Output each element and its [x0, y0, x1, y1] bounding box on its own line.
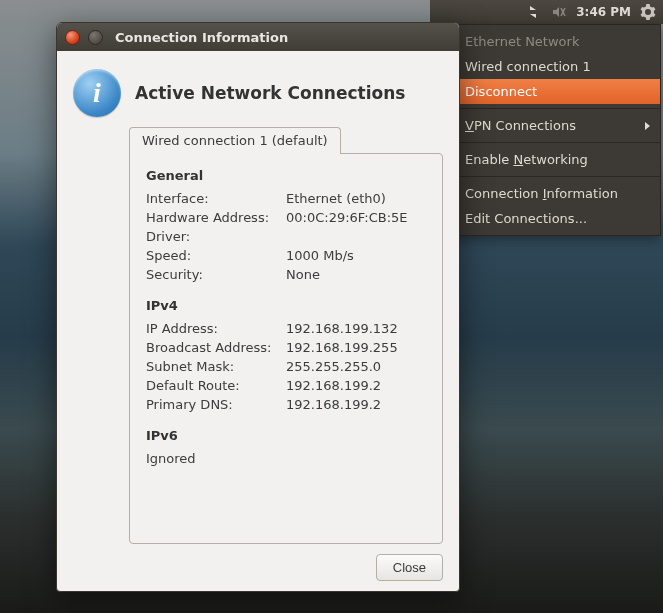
info-key: Subnet Mask:	[146, 359, 286, 374]
menu-header-ethernet: Ethernet Network	[439, 29, 660, 54]
info-value: 192.168.199.132	[286, 321, 426, 336]
info-value: Ethernet (eth0)	[286, 191, 426, 206]
info-row: Broadcast Address:192.168.199.255	[146, 338, 426, 357]
info-row: IP Address:192.168.199.132	[146, 319, 426, 338]
window-minimize-button[interactable]	[88, 30, 103, 45]
dialog-content: i Active Network Connections Wired conne…	[57, 51, 459, 591]
menu-separator	[439, 176, 660, 177]
volume-icon[interactable]	[550, 3, 568, 21]
menu-item-connection-info[interactable]: Connection Information	[439, 181, 660, 206]
info-value	[286, 229, 426, 244]
menu-separator	[439, 108, 660, 109]
tab-body: General Interface:Ethernet (eth0)Hardwar…	[129, 153, 443, 544]
info-value: 255.255.255.0	[286, 359, 426, 374]
section-general: General Interface:Ethernet (eth0)Hardwar…	[146, 168, 426, 284]
info-value: None	[286, 267, 426, 282]
chevron-right-icon	[645, 122, 650, 130]
tab-wired[interactable]: Wired connection 1 (default)	[129, 127, 341, 154]
menu-item-vpn-label: VPN Connections	[465, 118, 576, 133]
info-row: Security:None	[146, 265, 426, 284]
dialog-footer: Close	[73, 554, 443, 581]
info-row: Interface:Ethernet (eth0)	[146, 189, 426, 208]
info-value: 192.168.199.2	[286, 378, 426, 393]
info-key: Hardware Address:	[146, 210, 286, 225]
network-menu: Ethernet Network Wired connection 1 Disc…	[438, 24, 661, 236]
titlebar[interactable]: Connection Information	[57, 23, 459, 51]
info-value: 192.168.199.2	[286, 397, 426, 412]
info-key: Speed:	[146, 248, 286, 263]
top-panel: 3:46 PM	[430, 0, 663, 24]
info-value: 192.168.199.255	[286, 340, 426, 355]
info-row: Driver:	[146, 227, 426, 246]
gear-icon[interactable]	[639, 3, 657, 21]
info-value: 00:0C:29:6F:CB:5E	[286, 210, 426, 225]
menu-item-wired[interactable]: Wired connection 1	[439, 54, 660, 79]
section-ipv4: IPv4 IP Address:192.168.199.132Broadcast…	[146, 298, 426, 414]
window-close-button[interactable]	[65, 30, 80, 45]
menu-item-disconnect[interactable]: Disconnect	[439, 79, 660, 104]
network-icon[interactable]	[524, 3, 542, 21]
info-icon: i	[73, 69, 121, 117]
section-title: General	[146, 168, 426, 183]
menu-item-vpn[interactable]: VPN Connections	[439, 113, 660, 138]
menu-item-enable-networking-label: Enable Networking	[465, 152, 588, 167]
info-key: Primary DNS:	[146, 397, 286, 412]
info-key: Interface:	[146, 191, 286, 206]
menu-separator	[439, 142, 660, 143]
close-button[interactable]: Close	[376, 554, 443, 581]
info-row: Primary DNS:192.168.199.2	[146, 395, 426, 414]
info-key: Default Route:	[146, 378, 286, 393]
connection-info-dialog: Connection Information i Active Network …	[56, 22, 460, 592]
section-ipv6: IPv6 Ignored	[146, 428, 426, 468]
info-key: Ignored	[146, 451, 286, 466]
menu-item-edit-connections[interactable]: Edit Connections...	[439, 206, 660, 231]
dialog-header: i Active Network Connections	[73, 69, 443, 117]
info-key: Security:	[146, 267, 286, 282]
section-title: IPv6	[146, 428, 426, 443]
menu-item-enable-networking[interactable]: ✔ Enable Networking	[439, 147, 660, 172]
info-row: Speed:1000 Mb/s	[146, 246, 426, 265]
info-row: Subnet Mask:255.255.255.0	[146, 357, 426, 376]
info-row: Ignored	[146, 449, 426, 468]
window-title: Connection Information	[115, 30, 288, 45]
info-value	[286, 451, 426, 466]
dialog-heading: Active Network Connections	[135, 83, 405, 103]
section-title: IPv4	[146, 298, 426, 313]
info-key: IP Address:	[146, 321, 286, 336]
info-key: Driver:	[146, 229, 286, 244]
info-row: Hardware Address:00:0C:29:6F:CB:5E	[146, 208, 426, 227]
info-key: Broadcast Address:	[146, 340, 286, 355]
info-value: 1000 Mb/s	[286, 248, 426, 263]
info-row: Default Route:192.168.199.2	[146, 376, 426, 395]
clock[interactable]: 3:46 PM	[576, 5, 631, 19]
tabs: Wired connection 1 (default)	[129, 127, 443, 153]
